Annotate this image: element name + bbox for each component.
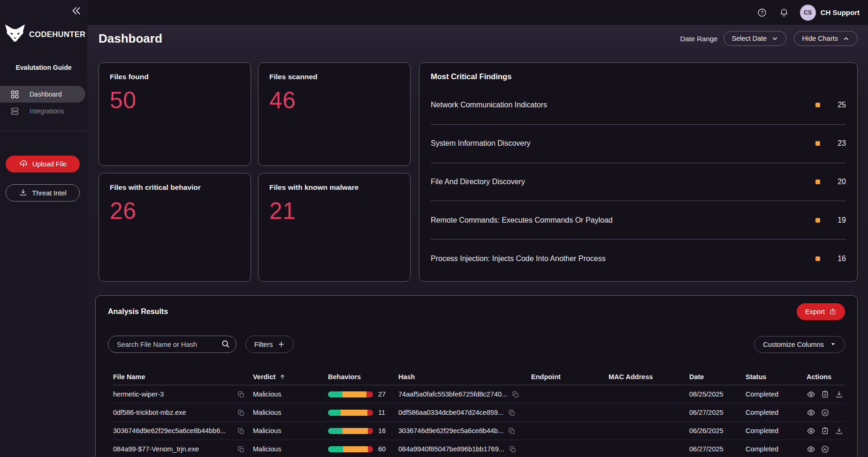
copy-icon[interactable] bbox=[237, 427, 244, 435]
column-header-verdict[interactable]: Verdict bbox=[253, 373, 328, 381]
bell-icon[interactable] bbox=[779, 7, 789, 18]
copy-icon[interactable] bbox=[509, 446, 516, 453]
file-name: 0df586-trickbot-mbz.exe bbox=[113, 409, 186, 416]
copy-icon[interactable] bbox=[237, 391, 244, 398]
verdict-cell: Malicious bbox=[253, 409, 328, 416]
help-circle-icon[interactable]: ? bbox=[757, 7, 767, 18]
chart-circle-icon[interactable] bbox=[821, 408, 830, 417]
stat-card-known-malware: Files with known malware 21 bbox=[258, 173, 411, 282]
copy-icon[interactable] bbox=[237, 446, 244, 453]
stat-label: Files with known malware bbox=[269, 183, 399, 192]
eye-icon[interactable] bbox=[807, 445, 815, 454]
chevron-down-icon bbox=[771, 35, 778, 42]
behaviors-count: 11 bbox=[378, 409, 385, 416]
date-cell: 06/27/2025 bbox=[689, 445, 746, 453]
eye-icon[interactable] bbox=[807, 390, 815, 399]
eye-icon[interactable] bbox=[807, 408, 815, 417]
date-cell: 08/25/2025 bbox=[689, 390, 746, 398]
search-icon[interactable] bbox=[221, 339, 230, 348]
chart-circle-icon[interactable] bbox=[821, 445, 830, 454]
column-header-endpoint[interactable]: Endpoint bbox=[531, 373, 609, 381]
sidebar-item-label: Dashboard bbox=[30, 90, 62, 98]
table-row[interactable]: 0df586-trickbot-mbz.exe Malicious 11 0df… bbox=[113, 404, 845, 422]
stat-value: 21 bbox=[269, 197, 399, 225]
guide-label: Evalutation Guide bbox=[0, 64, 87, 71]
upload-file-button[interactable]: Upload File bbox=[6, 156, 80, 172]
eye-icon[interactable] bbox=[807, 427, 815, 435]
hide-charts-label: Hide Charts bbox=[802, 35, 838, 42]
sidebar-collapse-icon[interactable] bbox=[70, 6, 82, 17]
sidebar-divider bbox=[0, 131, 87, 131]
hash-value: 3036746d9e62f29ec5a6ce8b44b... bbox=[398, 427, 503, 435]
search-input[interactable] bbox=[108, 336, 236, 353]
stat-label: Files with critical behavior bbox=[110, 183, 240, 192]
status-cell: Completed bbox=[746, 445, 807, 453]
severity-bullet-icon bbox=[815, 141, 820, 146]
plus-icon bbox=[278, 341, 285, 348]
customize-columns-dropdown[interactable]: Customize Columns bbox=[754, 336, 845, 353]
dashboard-grid-icon bbox=[10, 90, 19, 99]
date-range-label: Date Range bbox=[680, 35, 717, 43]
finding-row[interactable]: Network Communication Indicators 25 bbox=[431, 86, 846, 125]
column-header-date[interactable]: Date bbox=[689, 373, 746, 381]
hash-value: 084a9940f85047be896b1bb1769... bbox=[398, 445, 504, 453]
threat-intel-button[interactable]: Threat Intel bbox=[6, 184, 80, 202]
export-button[interactable]: Export bbox=[797, 303, 845, 320]
finding-row[interactable]: System Information Discovery 23 bbox=[431, 125, 846, 163]
column-header-mac-address[interactable]: MAC Address bbox=[609, 373, 689, 381]
table-row[interactable]: 084a99-$77-Venom_trjn.exe Malicious 60 0… bbox=[113, 440, 845, 457]
behaviors-count: 16 bbox=[378, 427, 386, 435]
column-header-status[interactable]: Status bbox=[746, 373, 807, 381]
column-header-hash[interactable]: Hash bbox=[398, 373, 531, 381]
download-tray-icon bbox=[19, 188, 28, 198]
finding-label: File And Directory Discovery bbox=[431, 178, 525, 186]
integrations-stack-icon bbox=[10, 107, 19, 116]
sidebar-item-integrations[interactable]: Integrations bbox=[0, 103, 87, 120]
main-content: Dashboard Date Range Select Date Hide Ch… bbox=[87, 25, 868, 457]
finding-label: Remote Commands: Executes Commands Or Pa… bbox=[431, 216, 613, 225]
clipboard-check-icon[interactable] bbox=[821, 427, 830, 435]
finding-count: 25 bbox=[833, 101, 846, 109]
user-avatar[interactable]: CS bbox=[800, 5, 816, 21]
stat-value: 50 bbox=[110, 87, 240, 114]
table-row[interactable]: 3036746d9e62f29ec5a6ce8b44bb6... Malicio… bbox=[113, 422, 845, 440]
download-icon[interactable] bbox=[835, 427, 844, 435]
copy-icon[interactable] bbox=[512, 391, 519, 398]
table-row[interactable]: hermetic-wiper-3 Malicious 27 74aaf5a0fa… bbox=[113, 385, 845, 404]
copy-icon[interactable] bbox=[237, 409, 244, 416]
sidebar-item-dashboard[interactable]: Dashboard bbox=[0, 86, 85, 103]
filters-button[interactable]: Filters bbox=[245, 336, 294, 353]
clipboard-check-icon[interactable] bbox=[821, 390, 830, 399]
user-name: CH Support bbox=[821, 8, 860, 16]
finding-label: Process Injection: Injects Code Into Ano… bbox=[431, 255, 606, 263]
column-header-actions: Actions bbox=[807, 373, 845, 381]
download-icon[interactable] bbox=[835, 390, 844, 399]
copy-icon[interactable] bbox=[508, 409, 515, 416]
verdict-cell: Malicious bbox=[253, 427, 328, 435]
finding-count: 23 bbox=[833, 139, 846, 148]
severity-bullet-icon bbox=[815, 256, 820, 261]
finding-row[interactable]: Remote Commands: Executes Commands Or Pa… bbox=[431, 201, 846, 240]
analysis-results-card: Analysis Results Export Fi bbox=[95, 295, 858, 457]
analysis-results-title: Analysis Results bbox=[108, 307, 168, 316]
hide-charts-button[interactable]: Hide Charts bbox=[794, 31, 858, 46]
date-cell: 06/26/2025 bbox=[689, 427, 746, 435]
column-header-behaviors[interactable]: Behaviors bbox=[328, 373, 398, 381]
stat-label: Files found bbox=[110, 73, 240, 81]
status-cell: Completed bbox=[746, 390, 807, 398]
behaviors-bar bbox=[328, 446, 373, 452]
behaviors-bar bbox=[328, 391, 373, 397]
caret-down-icon bbox=[830, 341, 836, 347]
column-header-file-name[interactable]: File Name bbox=[113, 373, 253, 381]
copy-icon[interactable] bbox=[508, 427, 515, 435]
filters-label: Filters bbox=[254, 341, 273, 348]
page-header: Dashboard Date Range Select Date Hide Ch… bbox=[87, 25, 868, 52]
findings-title: Most Critical Findings bbox=[431, 72, 846, 81]
finding-label: Network Communication Indicators bbox=[431, 101, 547, 109]
select-date-dropdown[interactable]: Select Date bbox=[723, 31, 786, 46]
finding-row[interactable]: Process Injection: Injects Code Into Ano… bbox=[431, 240, 846, 277]
stat-label: Files scanned bbox=[269, 73, 399, 81]
sort-up-icon bbox=[279, 374, 286, 380]
stat-card-files-scanned: Files scanned 46 bbox=[258, 62, 411, 166]
finding-row[interactable]: File And Directory Discovery 20 bbox=[431, 163, 846, 202]
